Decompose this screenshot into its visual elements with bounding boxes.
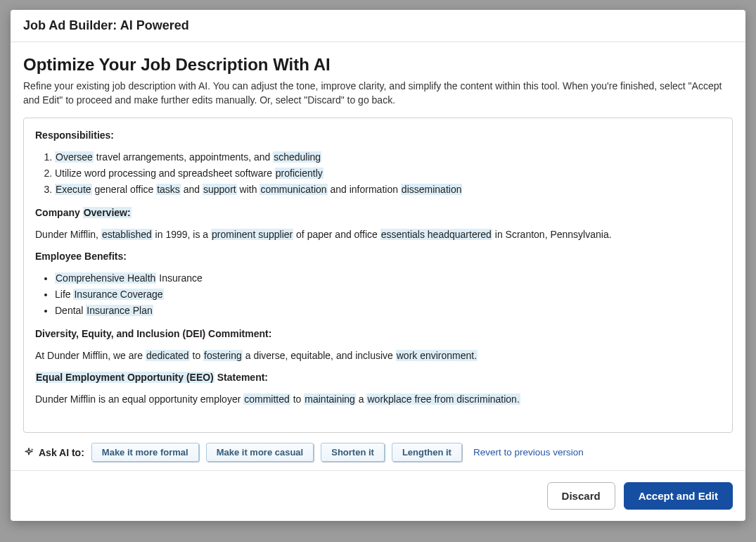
shorten-button[interactable]: Shorten it <box>321 443 385 462</box>
ask-ai-label: Ask AI to: <box>39 447 84 458</box>
eeo-heading: Equal Employment Opportunity (EEO) State… <box>35 372 268 383</box>
intro-heading: Optimize Your Job Description With AI <box>23 55 733 75</box>
sparkle-icon <box>23 447 34 458</box>
modal-title: Job Ad Builder: AI Powered <box>23 18 733 33</box>
dei-heading: Diversity, Equity, and Inclusion (DEI) C… <box>35 328 271 339</box>
eeo-text: Dunder Mifflin is an equal opportunity e… <box>35 392 721 407</box>
lengthen-button[interactable]: Lengthen it <box>392 443 462 462</box>
list-item: Oversee travel arrangements, appointment… <box>55 150 721 165</box>
list-item: Dental Insurance Plan <box>55 303 721 318</box>
discard-button[interactable]: Discard <box>547 482 615 510</box>
make-formal-button[interactable]: Make it more formal <box>91 443 199 462</box>
company-overview-heading: Company Overview: <box>35 207 132 218</box>
dei-text: At Dunder Mifflin, we are dedicated to f… <box>35 348 721 363</box>
make-casual-button[interactable]: Make it more casual <box>206 443 314 462</box>
ai-actions-row: Ask AI to: Make it more formal Make it m… <box>23 433 733 470</box>
list-item: Comprehensive Health Insurance <box>55 271 721 286</box>
modal-body: Optimize Your Job Description With AI Re… <box>11 42 745 470</box>
benefits-list: Comprehensive Health Insurance Life Insu… <box>55 271 721 318</box>
responsibilities-list: Oversee travel arrangements, appointment… <box>55 150 721 197</box>
responsibilities-heading: Responsibilities: <box>35 130 114 141</box>
intro-text: Refine your existing job description wit… <box>23 79 733 108</box>
list-item: Life Insurance Coverage <box>55 287 721 302</box>
accept-edit-button[interactable]: Accept and Edit <box>624 482 733 510</box>
job-description-content[interactable]: Responsibilities: Oversee travel arrange… <box>23 118 733 433</box>
revert-link[interactable]: Revert to previous version <box>473 447 584 458</box>
benefits-heading: Employee Benefits: <box>35 251 127 262</box>
list-item: Utilize word processing and spreadsheet … <box>55 166 721 181</box>
ai-optimize-modal: Job Ad Builder: AI Powered Optimize Your… <box>11 10 745 521</box>
company-overview-text: Dunder Mifflin, established in 1999, is … <box>35 227 721 242</box>
ai-label-group: Ask AI to: <box>23 447 84 458</box>
modal-header: Job Ad Builder: AI Powered <box>11 10 745 42</box>
list-item: Execute general office tasks and support… <box>55 182 721 197</box>
modal-footer: Discard Accept and Edit <box>11 470 745 521</box>
